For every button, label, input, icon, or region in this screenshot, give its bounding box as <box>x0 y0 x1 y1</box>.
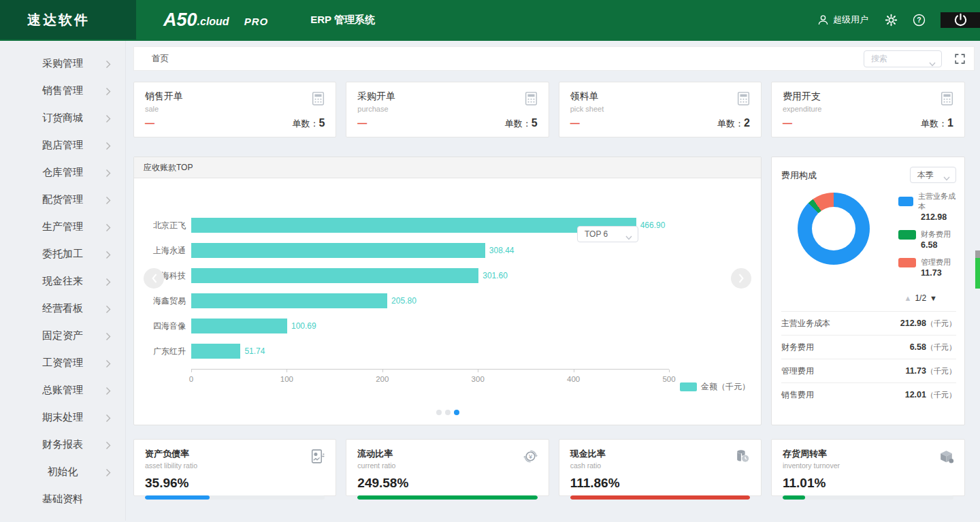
donut-legend-item[interactable]: 财务费用6.58 <box>898 229 956 250</box>
count-label: 单数： <box>292 118 318 129</box>
count-value: 1 <box>947 117 953 129</box>
calculator-icon <box>939 91 955 109</box>
fullscreen-button[interactable] <box>954 53 966 65</box>
sidebar-item-8[interactable]: 委托加工 <box>0 240 125 267</box>
sidebar-item-13[interactable]: 总账管理 <box>0 376 125 404</box>
sidebar-item-11[interactable]: 固定资产 <box>0 322 125 349</box>
bar[interactable] <box>191 344 240 359</box>
stat-card-sale[interactable]: 销售开单 sale — 单数：5 <box>133 82 336 137</box>
carousel-dot[interactable] <box>436 410 442 415</box>
x-tick-mark <box>574 370 574 372</box>
carousel-dot-active[interactable] <box>454 410 459 415</box>
logout-button[interactable] <box>941 12 980 28</box>
chart-legend[interactable]: 金额（千元） <box>680 381 750 393</box>
panel-title: 应收账款TOP <box>134 157 761 178</box>
svg-text:¥: ¥ <box>528 453 533 460</box>
sidebar-item-label: 跑店管理 <box>42 139 83 152</box>
carousel-prev-button[interactable] <box>144 268 164 289</box>
sidebar-item-6[interactable]: 配货管理 <box>0 186 125 213</box>
expense-row-label: 管理费用 <box>781 365 814 377</box>
ratio-value: 35.96% <box>145 476 325 491</box>
coins-clock-icon <box>734 448 751 468</box>
sidebar-item-5[interactable]: 仓库管理 <box>0 159 125 186</box>
bar-track: 301.60 <box>191 268 668 283</box>
bar-track: 51.74 <box>191 344 668 359</box>
bar[interactable] <box>191 319 287 333</box>
donut-legend-item[interactable]: 主营业务成本212.98 <box>898 191 956 222</box>
bar[interactable] <box>191 243 485 258</box>
trend-dash: — <box>570 118 580 129</box>
chevron-right-icon <box>105 277 111 289</box>
sidebar-item-15[interactable]: 财务报表 <box>0 431 125 458</box>
ratio-card-asset-liability[interactable]: 资产负债率 asset libility ratio 35.96% <box>133 439 336 496</box>
sidebar-item-4[interactable]: 跑店管理 <box>0 131 125 159</box>
sidebar-item-14[interactable]: 期末处理 <box>0 404 125 431</box>
search-input[interactable] <box>864 54 923 63</box>
x-tick-label: 200 <box>376 375 389 383</box>
pager-down-icon[interactable]: ▼ <box>930 294 937 302</box>
sidebar-item-label: 现金往来 <box>42 275 83 288</box>
x-tick-label: 0 <box>189 375 193 383</box>
header-right: 超级用户 ? <box>817 0 980 39</box>
help-button[interactable]: ? <box>913 14 926 27</box>
stat-card-purchase[interactable]: 采购开单 purchase — 单数：5 <box>346 82 549 137</box>
calculator-icon <box>310 91 326 109</box>
top-filter-select[interactable]: TOP 6 <box>577 226 638 242</box>
sidebar-item-3[interactable]: 订货商城 <box>0 104 125 131</box>
bar-value-label: 466.90 <box>640 221 666 230</box>
sidebar-item-17[interactable]: 基础资料 <box>0 485 125 512</box>
expense-row-label: 主营业务成本 <box>781 318 830 329</box>
sidebar-item-9[interactable]: 现金往来 <box>0 267 125 295</box>
stat-card-expenditure[interactable]: 费用开支 expenditure — 单数：1 <box>771 82 965 137</box>
legend-label: 财务费用 <box>921 229 951 240</box>
app-logo: 速达软件 <box>27 11 90 29</box>
main-content: 首页 销售开单 sale — 单 <box>126 41 980 521</box>
donut-legend-item[interactable]: 管理费用11.73 <box>898 257 956 278</box>
legend-value: 212.98 <box>921 212 956 222</box>
scrollbar[interactable] <box>975 250 980 289</box>
progress-track <box>357 495 537 500</box>
scrollbar-thumb[interactable] <box>975 258 980 289</box>
sidebar-item-label: 财务报表 <box>42 438 83 451</box>
x-tick-mark <box>478 370 478 372</box>
settings-button[interactable] <box>885 14 898 27</box>
bar[interactable] <box>191 293 387 308</box>
chevron-right-icon <box>105 59 111 71</box>
expense-row-value: 11.73（千元） <box>905 366 956 376</box>
progress-fill <box>570 495 750 500</box>
sidebar-item-12[interactable]: 工资管理 <box>0 349 125 376</box>
scrollbar-track-segment <box>975 250 980 258</box>
bar[interactable] <box>191 218 636 233</box>
tab-bar: 首页 <box>133 46 975 71</box>
bar-category-label: 四海音像 <box>144 321 186 332</box>
sidebar-item-10[interactable]: 经营看板 <box>0 295 125 322</box>
tab-home[interactable]: 首页 <box>152 53 169 65</box>
bar[interactable] <box>191 268 478 283</box>
donut-hole <box>812 207 855 250</box>
ratio-card-current[interactable]: 流动比率 current ratio ¥ 249.58% <box>346 439 549 496</box>
search-box[interactable] <box>864 50 942 67</box>
stat-card-pick-sheet[interactable]: 领料单 pick sheet — 单数：2 <box>559 82 762 137</box>
expense-row-unit: （千元） <box>926 343 956 351</box>
x-tick-mark <box>382 370 383 372</box>
card-title: 领料单 <box>570 91 750 103</box>
carousel-dot[interactable] <box>445 410 451 415</box>
user-menu[interactable]: 超级用户 <box>817 14 868 26</box>
sidebar-item-16[interactable]: 初始化 <box>0 458 125 485</box>
carousel-next-button[interactable] <box>731 268 751 289</box>
sidebar-item-7[interactable]: 生产管理 <box>0 213 125 240</box>
charts-row: 应收账款TOP TOP 6 北京正飞466.90上海永通308.44洪海科技30… <box>133 157 965 425</box>
brand-title: A50 .cloud PRO ERP 管理系统 <box>163 0 375 39</box>
period-select[interactable]: 本季 <box>910 167 956 183</box>
ratio-card-inventory[interactable]: 存货周转率 inventory turnover 11.01% <box>771 439 965 496</box>
ratio-card-cash[interactable]: 现金比率 cash ratio 111.86% <box>559 439 762 496</box>
legend-swatch <box>898 258 916 267</box>
expense-detail-list: 主营业务成本212.98（千元）财务费用6.58（千元）管理费用11.73（千元… <box>781 311 956 406</box>
bar-track: 205.80 <box>191 293 668 308</box>
sidebar-item-2[interactable]: 销售管理 <box>0 77 125 104</box>
progress-track <box>145 495 325 500</box>
sidebar-item-label: 仓库管理 <box>42 166 83 179</box>
sidebar-item-1[interactable]: 采购管理 <box>0 50 125 77</box>
pager-up-icon[interactable]: ▲ <box>904 294 912 302</box>
progress-fill <box>145 495 210 500</box>
